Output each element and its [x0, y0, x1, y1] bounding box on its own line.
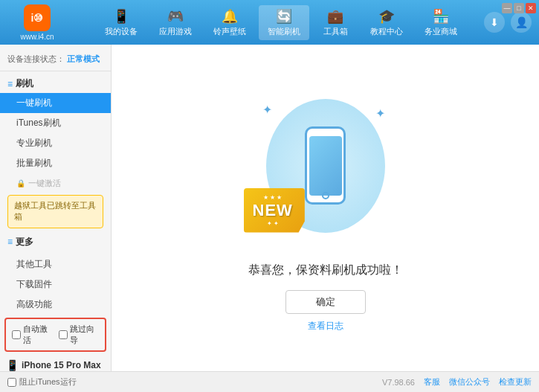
- nav-item-business[interactable]: 🏪 务业商城: [416, 5, 466, 40]
- nav-item-smart-flash[interactable]: 🔄 智能刷机: [259, 5, 309, 40]
- star-b2: ✦: [274, 220, 279, 227]
- nav-item-ringtones[interactable]: 🔔 铃声壁纸: [204, 5, 255, 40]
- tutorials-icon: 🎓: [378, 8, 395, 25]
- more-group-header: ≡ 更多: [0, 231, 111, 251]
- nav-label-business: 务业商城: [425, 26, 457, 37]
- sidebar-item-pro-flash[interactable]: 专业刷机: [0, 133, 111, 153]
- skip-guide-checkbox-label[interactable]: 跳过向导: [59, 324, 100, 346]
- minimize-button[interactable]: —: [502, 3, 512, 13]
- logo-area: i⑩ www.i4.cn: [7, 4, 67, 41]
- check-update-link[interactable]: 检查更新: [499, 376, 532, 388]
- view-log-link[interactable]: 查看日志: [308, 320, 343, 332]
- nav-label-apps-games: 应用游戏: [159, 26, 192, 37]
- footer-left: 阻止iTunes运行: [7, 376, 77, 388]
- star-b1: ✦: [267, 220, 272, 227]
- smart-flash-icon: 🔄: [276, 8, 292, 25]
- logo-text: www.i4.cn: [20, 33, 54, 41]
- download-button[interactable]: ⬇: [484, 12, 505, 33]
- nav-label-smart-flash: 智能刷机: [268, 26, 300, 37]
- checkbox-area: 自动激活 跳过向导: [4, 318, 106, 352]
- success-message: 恭喜您，保资料刷机成功啦！: [248, 263, 403, 278]
- header-right: ⬇ 👤: [484, 12, 532, 33]
- new-badge-text: NEW: [253, 201, 293, 220]
- nav-item-my-device[interactable]: 📱 我的设备: [96, 5, 146, 40]
- auto-activate-label: 自动激活: [23, 324, 53, 346]
- flash-group-header: ≡ 刷机: [0, 74, 111, 93]
- footer: 阻止iTunes运行 V7.98.66 客服 微信公众号 检查更新: [0, 371, 539, 392]
- nav-item-tutorials[interactable]: 🎓 教程中心: [361, 5, 412, 40]
- sidebar-item-batch-flash[interactable]: 批量刷机: [0, 153, 111, 173]
- content-area: ✦ ✦ ★ ★ ★ NEW ✦ ✦ 恭喜您，保资料刷机成功啦！ 确定 查看日志: [112, 45, 539, 371]
- flash-group: ≡ 刷机 一键刷机 iTunes刷机 专业刷机 批量刷机: [0, 74, 111, 173]
- success-illustration: ✦ ✦ ★ ★ ★ NEW ✦ ✦: [251, 84, 400, 248]
- star-3: ★: [277, 194, 282, 201]
- phone-icon: 📱: [6, 359, 19, 371]
- user-button[interactable]: 👤: [511, 12, 532, 33]
- nav-label-tutorials: 教程中心: [370, 26, 403, 37]
- more-group-icon: ≡: [7, 237, 13, 247]
- new-stars-bottom: ✦ ✦: [253, 220, 293, 227]
- phone-body: [305, 126, 346, 205]
- device-info: 📱 iPhone 15 Pro Max 512GB iPhone: [0, 355, 111, 371]
- more-group-label: 更多: [16, 236, 33, 248]
- one-key-activate-label: 一键激活: [28, 178, 61, 189]
- lock-icon: 🔒: [16, 179, 25, 187]
- flash-group-icon: ≡: [7, 79, 13, 89]
- new-banner: ★ ★ ★ NEW ✦ ✦: [244, 188, 305, 233]
- nav-label-my-device: 我的设备: [105, 26, 138, 37]
- business-icon: 🏪: [433, 8, 449, 25]
- sidebar-one-key-activate: 🔒 一键激活: [0, 175, 111, 192]
- skip-guide-label: 跳过向导: [70, 324, 100, 346]
- sidebar-item-other-tools[interactable]: 其他工具: [0, 254, 111, 274]
- sparkle-left: ✦: [262, 103, 272, 117]
- auto-activate-checkbox-label[interactable]: 自动激活: [12, 324, 53, 346]
- nav-label-toolbox: 工具箱: [323, 26, 348, 37]
- logo-icon: i⑩: [24, 4, 51, 31]
- phone-screen: [309, 136, 342, 196]
- jailbreak-notice: 越狱工具已跳转至工具箱: [7, 195, 103, 228]
- sidebar-item-itunes-flash[interactable]: iTunes刷机: [0, 113, 111, 133]
- sidebar: 设备连接状态： 正常模式 ≡ 刷机 一键刷机 iTunes刷机 专业刷机 批量刷…: [0, 45, 112, 371]
- status-bar: 设备连接状态： 正常模式: [0, 51, 111, 71]
- stop-itunes-label: 阻止iTunes运行: [19, 376, 77, 388]
- stop-itunes-checkbox[interactable]: [7, 378, 16, 387]
- client-service-link[interactable]: 客服: [424, 376, 440, 388]
- main-wrapper: 设备连接状态： 正常模式 ≡ 刷机 一键刷机 iTunes刷机 专业刷机 批量刷…: [0, 45, 539, 371]
- ringtone-icon: 🔔: [222, 8, 238, 25]
- maximize-button[interactable]: □: [514, 3, 524, 13]
- nav-items: 📱 我的设备 🎮 应用游戏 🔔 铃声壁纸 🔄 智能刷机 💼 工具箱 🎓 教程中心…: [78, 5, 484, 40]
- new-stars: ★ ★ ★: [253, 194, 293, 201]
- device-name: iPhone 15 Pro Max: [22, 360, 101, 370]
- sparkle-right: ✦: [375, 106, 385, 121]
- flash-group-label: 刷机: [16, 77, 33, 90]
- sidebar-item-advanced[interactable]: 高级功能: [0, 295, 111, 315]
- skip-guide-checkbox[interactable]: [59, 330, 68, 339]
- status-label: 设备连接状态：: [7, 54, 65, 63]
- device-icon: 📱: [113, 8, 129, 25]
- sidebar-item-one-key-flash[interactable]: 一键刷机: [0, 93, 111, 113]
- device-name-row: 📱 iPhone 15 Pro Max: [6, 359, 105, 371]
- nav-item-apps-games[interactable]: 🎮 应用游戏: [150, 5, 201, 40]
- confirm-button[interactable]: 确定: [285, 290, 366, 314]
- toolbox-icon: 💼: [327, 8, 343, 25]
- footer-right: V7.98.66 客服 微信公众号 检查更新: [382, 376, 532, 388]
- nav-item-toolbox[interactable]: 💼 工具箱: [313, 5, 358, 40]
- more-items: 其他工具 下载固件 高级功能: [0, 254, 111, 315]
- apps-icon: 🎮: [167, 8, 184, 25]
- header: i⑩ www.i4.cn 📱 我的设备 🎮 应用游戏 🔔 铃声壁纸 🔄 智能刷机…: [0, 0, 539, 45]
- star-2: ★: [270, 194, 275, 201]
- wechat-link[interactable]: 微信公众号: [449, 376, 490, 388]
- sidebar-item-download-firmware[interactable]: 下载固件: [0, 274, 111, 295]
- phone-home-button: [322, 192, 329, 199]
- auto-activate-checkbox[interactable]: [12, 330, 21, 339]
- version-label: V7.98.66: [382, 378, 415, 387]
- star-1: ★: [263, 194, 268, 201]
- nav-label-ringtones: 铃声壁纸: [213, 26, 246, 37]
- status-mode: 正常模式: [67, 54, 100, 63]
- close-button[interactable]: ✕: [526, 3, 536, 13]
